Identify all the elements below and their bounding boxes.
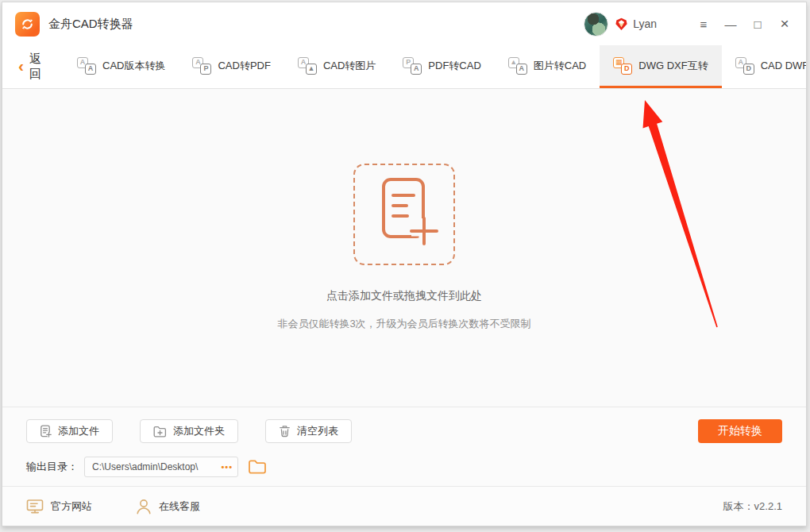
output-dir-value: C:\Users\admin\Desktop\	[92, 461, 221, 472]
vip-badge-icon	[615, 17, 628, 31]
clear-list-icon	[279, 425, 291, 438]
document-plus-icon	[363, 173, 446, 256]
menu-button[interactable]: ≡	[693, 13, 714, 34]
tab-cad-dwf-convert[interactable]: AD CAD DWF互转	[722, 45, 807, 88]
browse-button[interactable]: •••	[221, 462, 233, 472]
add-file-icon	[40, 425, 52, 438]
version-label: 版本：v2.2.1	[723, 499, 782, 514]
image-to-cad-icon: ▲A	[508, 56, 527, 75]
tab-list: AA CAD版本转换 AP CAD转PDF A▲ CAD转图片 PA PDF转C…	[64, 45, 807, 88]
pdf-to-cad-icon: PA	[403, 56, 422, 75]
avatar[interactable]	[584, 12, 608, 37]
online-support-link[interactable]: 在线客服	[136, 499, 200, 515]
back-chevron-icon: ‹	[18, 57, 24, 74]
monitor-icon	[26, 499, 44, 515]
footer: 官方网站 在线客服 版本：v2.2.1	[2, 486, 806, 526]
tab-dwg-dxf-convert[interactable]: ▦D DWG DXF互转	[600, 45, 721, 88]
membership-hint: 非会员仅能转换3次，升级为会员后转换次数将不受限制	[277, 317, 530, 331]
cad-to-pdf-icon: AP	[192, 56, 211, 75]
output-dir-field[interactable]: C:\Users\admin\Desktop\ •••	[84, 457, 238, 477]
tab-cad-to-image[interactable]: A▲ CAD转图片	[284, 45, 389, 88]
close-button[interactable]: ×	[774, 13, 795, 34]
username[interactable]: Lyan	[633, 17, 657, 30]
official-site-link[interactable]: 官方网站	[26, 499, 92, 515]
clear-list-button[interactable]: 清空列表	[265, 419, 352, 443]
output-dir-label: 输出目录：	[26, 460, 78, 474]
start-convert-button[interactable]: 开始转换	[698, 419, 782, 443]
tab-cad-to-pdf[interactable]: AP CAD转PDF	[179, 45, 284, 88]
app-title: 金舟CAD转换器	[48, 17, 133, 32]
open-folder-icon	[248, 459, 267, 475]
toolbar: 添加文件 添加文件夹	[2, 407, 806, 486]
dropzone-hint: 点击添加文件或拖拽文件到此处	[326, 289, 482, 303]
back-button[interactable]: ‹ 返回	[2, 45, 52, 88]
cad-dwf-convert-icon: AD	[735, 56, 754, 75]
maximize-button[interactable]: □	[747, 13, 768, 34]
dropzone[interactable]: 点击添加文件或拖拽文件到此处 非会员仅能转换3次，升级为会员后转换次数将不受限制	[2, 89, 806, 407]
add-file-button[interactable]: 添加文件	[26, 419, 113, 443]
add-file-drop-target[interactable]	[353, 164, 455, 265]
add-folder-icon	[153, 426, 167, 438]
minimize-button[interactable]: —	[720, 13, 741, 34]
tab-image-to-cad[interactable]: ▲A 图片转CAD	[495, 45, 600, 88]
person-icon	[136, 499, 152, 515]
tab-cad-version-convert[interactable]: AA CAD版本转换	[64, 45, 179, 88]
cad-to-image-icon: A▲	[298, 56, 317, 75]
open-output-folder-button[interactable]	[248, 459, 267, 475]
titlebar: 金舟CAD转换器 Lyan ≡ — □ ×	[2, 2, 806, 45]
dwg-dxf-convert-icon: ▦D	[613, 56, 632, 75]
add-folder-button[interactable]: 添加文件夹	[140, 419, 238, 443]
app-window: 金舟CAD转换器 Lyan ≡ — □ × ‹ 返回	[2, 2, 807, 526]
app-logo-icon	[15, 12, 40, 37]
cad-version-convert-icon: AA	[77, 56, 96, 75]
tab-pdf-to-cad[interactable]: PA PDF转CAD	[389, 45, 494, 88]
tabbar: ‹ 返回 AA CAD版本转换 AP CAD转PDF A▲ CAD转图片 PA …	[2, 45, 806, 89]
